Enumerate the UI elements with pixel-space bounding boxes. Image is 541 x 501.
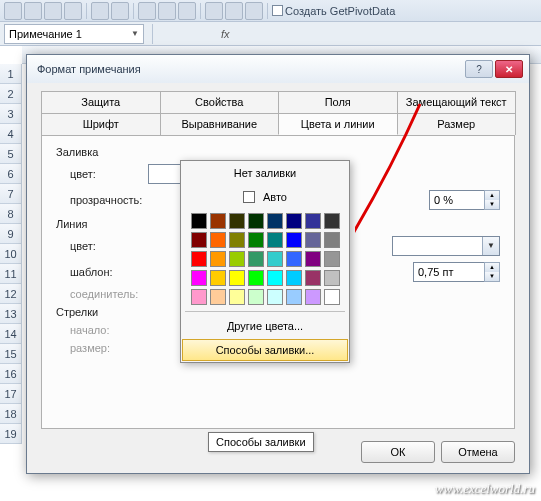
color-swatch[interactable]	[305, 251, 321, 267]
color-swatch[interactable]	[210, 232, 226, 248]
chevron-down-icon[interactable]: ▼	[131, 29, 139, 38]
color-swatch[interactable]	[248, 213, 264, 229]
tab-font[interactable]: Шрифт	[41, 113, 161, 135]
ribbon-icon-12[interactable]	[245, 2, 263, 20]
color-swatch[interactable]	[324, 213, 340, 229]
color-swatch[interactable]	[229, 251, 245, 267]
line-width-field[interactable]: 0,75 пт	[413, 262, 485, 282]
color-swatch[interactable]	[210, 251, 226, 267]
label-color: цвет:	[56, 168, 148, 180]
ribbon-icon-6[interactable]	[111, 2, 129, 20]
transparency-field[interactable]: 0 %	[429, 190, 485, 210]
color-swatch[interactable]	[248, 270, 264, 286]
getpivot-checkbox[interactable]	[272, 5, 283, 16]
tab-colors-lines[interactable]: Цвета и линии	[278, 113, 398, 135]
line-width-spinner[interactable]: ▲▼	[484, 262, 500, 282]
color-swatch[interactable]	[324, 289, 340, 305]
color-swatch[interactable]	[286, 270, 302, 286]
no-fill-item[interactable]: Нет заливки	[181, 161, 349, 185]
color-swatch[interactable]	[229, 270, 245, 286]
ribbon-icon-3[interactable]	[44, 2, 62, 20]
color-swatch[interactable]	[191, 232, 207, 248]
ribbon-icon-1[interactable]	[4, 2, 22, 20]
color-swatch[interactable]	[324, 232, 340, 248]
ribbon-icon-2[interactable]	[24, 2, 42, 20]
row-header[interactable]: 17	[0, 384, 22, 404]
row-header[interactable]: 13	[0, 304, 22, 324]
color-swatch[interactable]	[191, 270, 207, 286]
color-swatch[interactable]	[229, 289, 245, 305]
color-swatch[interactable]	[267, 213, 283, 229]
color-swatch[interactable]	[305, 270, 321, 286]
ribbon-icon-8[interactable]	[158, 2, 176, 20]
color-swatch[interactable]	[191, 251, 207, 267]
ok-button[interactable]: ОК	[361, 441, 435, 463]
tab-panel: Заливка цвет: ▼ прозрачность: 0 % ▲▼ Лин…	[41, 135, 515, 429]
fx-label[interactable]: fx	[221, 28, 230, 40]
color-swatch[interactable]	[229, 232, 245, 248]
color-swatch[interactable]	[248, 251, 264, 267]
ribbon-icon-7[interactable]	[138, 2, 156, 20]
color-swatch[interactable]	[305, 232, 321, 248]
color-picker-popup: Нет заливки Авто Другие цвета... Способы…	[180, 160, 350, 363]
color-swatch[interactable]	[324, 270, 340, 286]
separator	[133, 3, 134, 19]
row-header[interactable]: 9	[0, 224, 22, 244]
help-button[interactable]: ?	[465, 60, 493, 78]
ribbon-icon-9[interactable]	[178, 2, 196, 20]
tab-properties[interactable]: Свойства	[160, 91, 280, 113]
color-swatch[interactable]	[286, 251, 302, 267]
color-swatch[interactable]	[305, 289, 321, 305]
row-header[interactable]: 14	[0, 324, 22, 344]
close-button[interactable]: ✕	[495, 60, 523, 78]
color-swatch[interactable]	[267, 251, 283, 267]
more-colors-item[interactable]: Другие цвета...	[181, 314, 349, 338]
color-swatch[interactable]	[191, 213, 207, 229]
ribbon-icon-5[interactable]	[91, 2, 109, 20]
row-header[interactable]: 11	[0, 264, 22, 284]
line-style-combo[interactable]: ▼	[392, 236, 500, 256]
row-header[interactable]: 16	[0, 364, 22, 384]
color-swatch[interactable]	[248, 289, 264, 305]
row-header[interactable]: 5	[0, 144, 22, 164]
color-swatch[interactable]	[210, 270, 226, 286]
transparency-spinner[interactable]: ▲▼	[484, 190, 500, 210]
row-header[interactable]: 10	[0, 244, 22, 264]
fill-effects-item[interactable]: Способы заливки...	[182, 339, 348, 361]
color-swatch[interactable]	[229, 213, 245, 229]
tab-size[interactable]: Размер	[397, 113, 517, 135]
ribbon-icon-4[interactable]	[64, 2, 82, 20]
tab-alignment[interactable]: Выравнивание	[160, 113, 280, 135]
color-swatch[interactable]	[210, 289, 226, 305]
row-header[interactable]: 12	[0, 284, 22, 304]
row-header[interactable]: 8	[0, 204, 22, 224]
color-swatch[interactable]	[248, 232, 264, 248]
color-swatch[interactable]	[324, 251, 340, 267]
row-header[interactable]: 3	[0, 104, 22, 124]
color-swatch[interactable]	[267, 289, 283, 305]
color-swatch[interactable]	[305, 213, 321, 229]
tab-alttext[interactable]: Замещающий текст	[397, 91, 517, 113]
color-swatch[interactable]	[210, 213, 226, 229]
name-box[interactable]: Примечание 1 ▼	[4, 24, 144, 44]
row-header[interactable]: 4	[0, 124, 22, 144]
color-swatch[interactable]	[191, 289, 207, 305]
ribbon-icon-10[interactable]	[205, 2, 223, 20]
cancel-button[interactable]: Отмена	[441, 441, 515, 463]
color-swatch[interactable]	[286, 232, 302, 248]
auto-item[interactable]: Авто	[181, 185, 349, 209]
row-header[interactable]: 6	[0, 164, 22, 184]
ribbon-icon-11[interactable]	[225, 2, 243, 20]
row-header[interactable]: 18	[0, 404, 22, 424]
row-header[interactable]: 15	[0, 344, 22, 364]
color-swatch[interactable]	[286, 213, 302, 229]
color-swatch[interactable]	[267, 270, 283, 286]
tab-protection[interactable]: Защита	[41, 91, 161, 113]
row-header[interactable]: 2	[0, 84, 22, 104]
color-swatch[interactable]	[267, 232, 283, 248]
row-header[interactable]: 1	[0, 64, 22, 84]
tab-margins[interactable]: Поля	[278, 91, 398, 113]
color-swatch[interactable]	[286, 289, 302, 305]
row-header[interactable]: 19	[0, 424, 22, 444]
row-header[interactable]: 7	[0, 184, 22, 204]
